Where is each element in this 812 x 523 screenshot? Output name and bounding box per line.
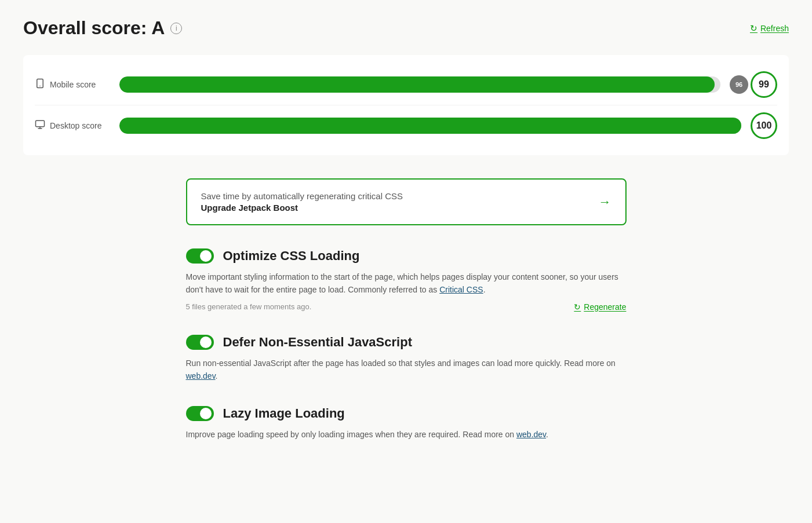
critical-css-link[interactable]: Critical CSS: [439, 285, 483, 294]
page-container: Overall score: A i ↻ Refresh Mobile scor…: [0, 0, 812, 487]
defer-js-slider: [186, 335, 214, 350]
optimize-css-header: Optimize CSS Loading: [186, 248, 627, 264]
mobile-bar-fill: [119, 76, 715, 93]
mobile-bar-container: [119, 76, 720, 93]
optimize-css-slider: [186, 248, 214, 264]
lazy-image-title: Lazy Image Loading: [223, 406, 345, 421]
header-left: Overall score: A i: [23, 17, 182, 39]
defer-js-link[interactable]: web.dev: [186, 371, 216, 381]
regenerate-icon: ↻: [574, 302, 581, 312]
desktop-bar-track: [119, 118, 741, 134]
mobile-bar-track: [119, 76, 720, 93]
desktop-score-label-group: Desktop score: [35, 119, 110, 133]
desktop-score-row: Desktop score 100: [35, 105, 777, 146]
mobile-icon: [35, 78, 45, 92]
regenerate-button[interactable]: ↻ Regenerate: [574, 302, 626, 312]
mobile-score-label: Mobile score: [50, 80, 96, 89]
defer-js-section: Defer Non-Essential JavaScript Run non-e…: [186, 335, 627, 383]
defer-js-header: Defer Non-Essential JavaScript: [186, 335, 627, 350]
optimize-css-section: Optimize CSS Loading Move important styl…: [186, 248, 627, 312]
lazy-image-toggle[interactable]: [186, 406, 214, 421]
overall-score-title: Overall score: A: [23, 17, 165, 39]
optimize-css-meta-text: 5 files generated a few moments ago.: [186, 302, 312, 311]
optimize-css-desc: Move important styling information to th…: [186, 270, 627, 297]
scores-section: Mobile score 96 99 D: [23, 55, 789, 155]
lazy-image-link[interactable]: web.dev: [516, 430, 546, 439]
desktop-bar-fill: [119, 118, 741, 134]
main-content: Save time by automatically regenerating …: [186, 178, 627, 441]
defer-js-toggle[interactable]: [186, 335, 214, 350]
optimize-css-toggle[interactable]: [186, 248, 214, 264]
desktop-icon: [35, 119, 45, 133]
mobile-score-row: Mobile score 96 99: [35, 64, 777, 105]
upgrade-arrow-icon: →: [599, 195, 611, 210]
defer-js-title: Defer Non-Essential JavaScript: [223, 335, 412, 350]
refresh-icon: ↻: [750, 23, 758, 34]
header: Overall score: A i ↻ Refresh: [23, 17, 789, 39]
svg-rect-2: [36, 120, 45, 127]
mobile-score-badge: 99: [751, 71, 777, 98]
upgrade-banner[interactable]: Save time by automatically regenerating …: [186, 178, 627, 225]
lazy-image-desc: Improve page loading speed by only loadi…: [186, 428, 627, 441]
optimize-css-title: Optimize CSS Loading: [223, 248, 360, 264]
mobile-score-label-group: Mobile score: [35, 78, 110, 92]
desktop-score-label: Desktop score: [50, 121, 101, 130]
upgrade-banner-text: Save time by automatically regenerating …: [201, 191, 403, 213]
optimize-css-meta: 5 files generated a few moments ago. ↻ R…: [186, 302, 627, 312]
lazy-image-section: Lazy Image Loading Improve page loading …: [186, 406, 627, 441]
desktop-bar-container: [119, 118, 741, 134]
lazy-image-header: Lazy Image Loading: [186, 406, 627, 421]
info-icon[interactable]: i: [170, 23, 182, 34]
refresh-button[interactable]: ↻ Refresh: [750, 23, 789, 34]
mobile-secondary-badge: 96: [730, 75, 748, 94]
defer-js-desc: Run non-essential JavaScript after the p…: [186, 357, 627, 383]
lazy-image-slider: [186, 406, 214, 421]
desktop-score-badge: 100: [751, 112, 777, 139]
